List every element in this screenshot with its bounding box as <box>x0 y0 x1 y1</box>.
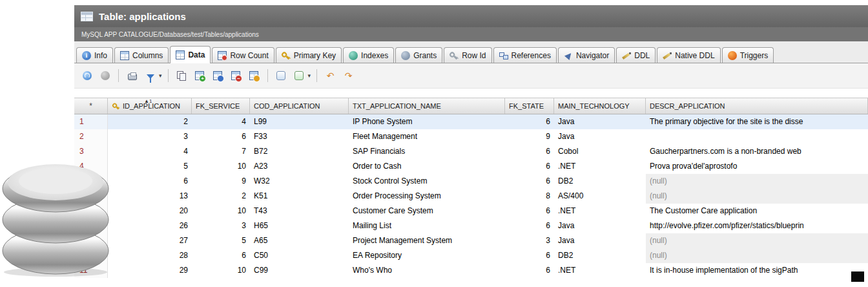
cell[interactable]: A65 <box>250 233 349 248</box>
cell[interactable]: 6 <box>505 263 554 278</box>
cell[interactable]: EA Repository <box>349 248 505 263</box>
undo-button[interactable]: ↶ <box>323 69 338 83</box>
tab-info[interactable]: Info <box>76 47 113 63</box>
cell[interactable]: Java <box>554 233 646 248</box>
column-header-txt_application_name[interactable]: TXT_APPLICATION_NAME <box>349 98 505 114</box>
editor-view-button[interactable] <box>292 69 307 83</box>
cell[interactable]: AS/400 <box>554 189 646 204</box>
cell[interactable]: 10 <box>192 204 250 218</box>
cell[interactable]: IP Phone System <box>349 114 505 129</box>
tab-columns[interactable]: Columns <box>114 47 169 63</box>
tab-grants[interactable]: Grants <box>395 47 442 63</box>
cell[interactable]: DB2 <box>554 248 646 263</box>
tab-navigator[interactable]: Navigator <box>558 47 615 63</box>
cell[interactable]: 3 <box>108 129 192 144</box>
cell[interactable]: The primary objective for the site is th… <box>646 114 868 129</box>
cell[interactable]: 3 <box>192 218 250 233</box>
cell[interactable]: 4 <box>108 144 192 159</box>
cell[interactable]: Java <box>554 114 646 129</box>
cell[interactable]: Java <box>554 218 646 233</box>
column-header-id_application[interactable]: ID_APPLICATION▲1 <box>108 98 192 114</box>
cell[interactable]: 13 <box>108 189 192 204</box>
copy-button[interactable] <box>174 69 189 83</box>
filter-button[interactable] <box>143 69 158 83</box>
cell[interactable]: 6 <box>505 204 554 218</box>
cell[interactable]: SAP Financials <box>349 144 505 159</box>
dropdown-caret-icon[interactable]: ▾ <box>308 72 311 79</box>
tab-references[interactable]: References <box>493 47 557 63</box>
cell[interactable]: 28 <box>108 248 192 263</box>
column-header-cod_application[interactable]: COD_APPLICATION <box>250 98 349 114</box>
table-row[interactable]: 6132K51Order Processing System8AS/400(nu… <box>74 189 868 204</box>
cell[interactable]: K51 <box>250 189 349 204</box>
cell[interactable]: Gaucherpartners.com is a non-branded web <box>646 144 868 159</box>
cell[interactable]: (null) <box>646 233 868 248</box>
cell[interactable]: 9 <box>192 174 250 189</box>
cell[interactable]: A23 <box>250 159 349 174</box>
tab-data[interactable]: Data <box>170 46 211 63</box>
column-header-descr_application[interactable]: DESCR_APPLICATION <box>646 98 868 114</box>
cell[interactable]: .NET <box>554 204 646 218</box>
cell[interactable]: 7 <box>192 144 250 159</box>
cell[interactable]: Project Management System <box>349 233 505 248</box>
table-row[interactable]: 569W32Stock Control System6DB2(null) <box>74 174 868 189</box>
insert-row-button[interactable]: + <box>192 69 207 83</box>
cell[interactable]: B72 <box>250 144 349 159</box>
redo-button[interactable]: ↷ <box>341 69 356 83</box>
delete-row-button[interactable]: − <box>229 69 243 83</box>
cell[interactable]: Cobol <box>554 144 646 159</box>
table-row[interactable]: 112910C99Who's Who6.NETIt is in-house im… <box>74 263 868 278</box>
cell[interactable]: Order to Cash <box>349 159 505 174</box>
cell[interactable]: 10 <box>192 263 250 278</box>
cell[interactable]: Who's Who <box>349 263 505 278</box>
table-row[interactable]: 347B72SAP Financials6CobolGaucherpartner… <box>74 144 868 159</box>
cell[interactable] <box>646 129 868 144</box>
cell[interactable]: 8 <box>505 189 554 204</box>
cell[interactable]: 3 <box>505 233 554 248</box>
column-header-fk_service[interactable]: FK_SERVICE <box>192 98 250 114</box>
tab-row-count[interactable]: Row Count <box>212 47 274 63</box>
cell[interactable]: 6 <box>505 248 554 263</box>
cell[interactable]: T43 <box>250 204 349 218</box>
duplicate-row-button[interactable] <box>211 69 225 83</box>
grid-corner-cell[interactable]: * <box>74 98 108 114</box>
cell[interactable]: Java <box>554 129 646 144</box>
table-row[interactable]: 9275A65Project Management System3Java(nu… <box>74 233 868 248</box>
cell[interactable]: 6 <box>505 114 554 129</box>
form-view-button[interactable] <box>274 69 289 83</box>
tab-row-id[interactable]: Row Id <box>444 47 491 63</box>
column-header-main_technology[interactable]: MAIN_TECHNOLOGY <box>554 98 646 114</box>
cell[interactable]: (null) <box>646 189 868 204</box>
cell[interactable]: .NET <box>554 159 646 174</box>
cell[interactable]: Order Processing System <box>349 189 505 204</box>
tab-indexes[interactable]: Indexes <box>343 47 394 63</box>
cell[interactable]: Fleet Management <box>349 129 505 144</box>
cell[interactable]: .NET <box>554 263 646 278</box>
table-row[interactable]: 124L99IP Phone System6JavaThe primary ob… <box>74 114 868 129</box>
edit-row-button[interactable] <box>247 69 262 83</box>
cell[interactable]: C50 <box>250 248 349 263</box>
tab-ddl[interactable]: DDL <box>616 47 656 63</box>
cell[interactable]: 29 <box>108 263 192 278</box>
cell[interactable]: Mailing List <box>349 218 505 233</box>
cell[interactable]: 6 <box>505 218 554 233</box>
cell[interactable]: 6 <box>192 248 250 263</box>
cell[interactable]: 10 <box>192 159 250 174</box>
cell[interactable]: (null) <box>646 174 868 189</box>
cell[interactable]: http://evolve.pfizer.com/pfizer/statics/… <box>646 218 868 233</box>
cell[interactable]: Stock Control System <box>349 174 505 189</box>
reload-button[interactable] <box>79 69 94 83</box>
cell[interactable]: Prova prova'del'aprostofo <box>646 159 868 174</box>
print-button[interactable] <box>125 69 140 83</box>
cell[interactable]: L99 <box>250 114 349 129</box>
cell[interactable]: It is in-house implementation of the sig… <box>646 263 868 278</box>
cell[interactable]: 6 <box>192 129 250 144</box>
column-header-fk_state[interactable]: FK_STATE <box>505 98 554 114</box>
cell[interactable]: F33 <box>250 129 349 144</box>
table-row[interactable]: 8263H65Mailing List6Javahttp://evolve.pf… <box>74 218 868 233</box>
cell[interactable]: 5 <box>192 233 250 248</box>
cell[interactable]: 4 <box>192 114 250 129</box>
tab-native-ddl[interactable]: Native DDL <box>657 47 720 63</box>
table-row[interactable]: 236F33Fleet Management9Java <box>74 129 868 144</box>
cell[interactable]: H65 <box>250 218 349 233</box>
